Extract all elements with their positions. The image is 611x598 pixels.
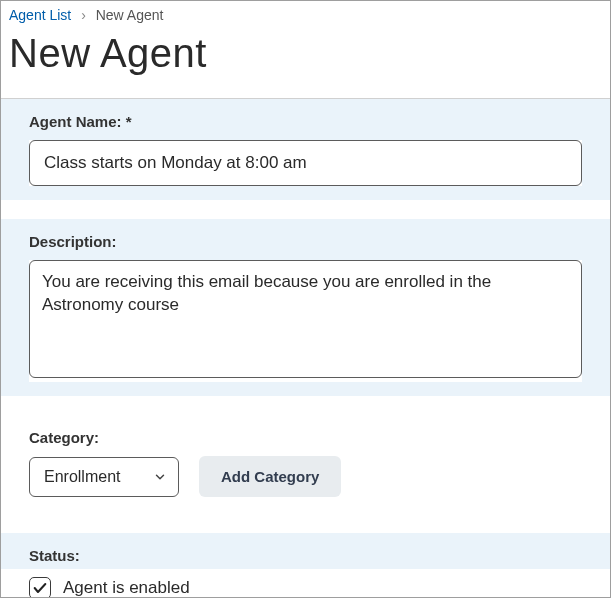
- agent-name-label-text: Agent Name:: [29, 113, 122, 130]
- spacer: [1, 515, 610, 533]
- description-block: Description: You are receiving this emai…: [1, 219, 610, 397]
- status-block: Status:: [1, 533, 610, 569]
- form-area: Agent Name: * Description: You are recei…: [1, 98, 610, 598]
- spacer: [1, 201, 610, 219]
- add-category-button[interactable]: Add Category: [199, 456, 341, 497]
- category-row: Enrollment Add Category: [1, 456, 610, 515]
- category-select[interactable]: Enrollment: [29, 457, 179, 497]
- status-label: Status:: [29, 547, 80, 564]
- spacer: [1, 397, 610, 415]
- agent-name-block: Agent Name: *: [1, 99, 610, 201]
- breadcrumb-separator: ›: [81, 7, 86, 23]
- required-star: *: [126, 113, 132, 130]
- description-label: Description:: [29, 233, 582, 250]
- agent-enabled-checkbox[interactable]: [29, 577, 51, 598]
- description-textarea[interactable]: You are receiving this email because you…: [29, 260, 582, 378]
- status-row: Agent is enabled: [1, 569, 610, 598]
- agent-name-label: Agent Name: *: [29, 113, 582, 130]
- breadcrumb-root-link[interactable]: Agent List: [9, 7, 71, 23]
- breadcrumb-current: New Agent: [96, 7, 164, 23]
- category-label-row: Category:: [1, 415, 610, 456]
- page-title: New Agent: [1, 27, 610, 98]
- agent-name-input[interactable]: [29, 140, 582, 186]
- agent-enabled-label: Agent is enabled: [63, 578, 190, 598]
- breadcrumb: Agent List › New Agent: [1, 1, 610, 27]
- category-label: Category:: [29, 429, 582, 446]
- category-select-wrap: Enrollment: [29, 457, 179, 497]
